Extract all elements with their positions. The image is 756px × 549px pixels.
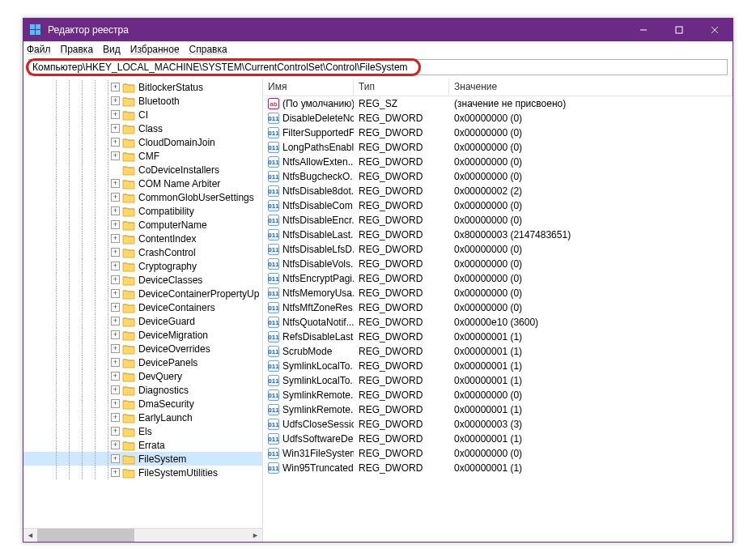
menu-edit[interactable]: Правка bbox=[61, 44, 94, 55]
value-row[interactable]: 011NtfsDisableLast...REG_DWORD0x80000003… bbox=[263, 228, 733, 242]
value-row[interactable]: 011UdfsSoftwareDe...REG_DWORD0x00000001 … bbox=[263, 432, 733, 446]
tree-item[interactable]: +DeviceMigration bbox=[23, 328, 262, 342]
expand-toggle-icon[interactable]: + bbox=[111, 399, 120, 408]
value-row[interactable]: 011SymlinkRemote...REG_DWORD0x00000000 (… bbox=[263, 388, 733, 402]
expand-toggle-icon[interactable]: + bbox=[111, 220, 120, 229]
column-name[interactable]: Имя bbox=[263, 79, 354, 96]
tree-item[interactable]: +DeviceOverrides bbox=[23, 342, 262, 355]
tree-item[interactable]: +Diagnostics bbox=[23, 383, 262, 397]
tree-item[interactable]: +Errata bbox=[23, 438, 262, 452]
tree-item[interactable]: +CrashControl bbox=[23, 245, 262, 259]
value-row[interactable]: 011NtfsDisableVols...REG_DWORD0x00000000… bbox=[263, 257, 733, 271]
expand-toggle-icon[interactable]: + bbox=[111, 262, 120, 270]
expand-toggle-icon[interactable]: + bbox=[111, 248, 120, 257]
value-row[interactable]: 011NtfsDisableEncr...REG_DWORD0x00000000… bbox=[263, 213, 733, 228]
tree-item[interactable]: +Cryptography bbox=[23, 259, 262, 273]
tree-item[interactable]: +DevicePanels bbox=[23, 355, 262, 369]
scroll-right-icon[interactable]: ► bbox=[248, 529, 262, 542]
expand-toggle-icon[interactable]: + bbox=[111, 138, 120, 147]
menu-favorites[interactable]: Избранное bbox=[130, 44, 180, 55]
value-row[interactable]: 011NtfsMftZoneRes...REG_DWORD0x00000000 … bbox=[263, 300, 733, 315]
value-row[interactable]: 011NtfsAllowExten...REG_DWORD0x00000000 … bbox=[263, 155, 733, 169]
expand-toggle-icon[interactable]: + bbox=[111, 454, 120, 463]
value-row[interactable]: 011Win95Truncated...REG_DWORD0x00000001 … bbox=[263, 461, 733, 475]
expand-toggle-icon[interactable]: + bbox=[111, 372, 120, 381]
tree-item[interactable]: CoDeviceInstallers bbox=[23, 163, 262, 177]
tree-item[interactable]: +BitlockerStatus bbox=[23, 80, 262, 94]
tree-item[interactable]: +DmaSecurity bbox=[23, 397, 262, 411]
tree-item[interactable]: +CloudDomainJoin bbox=[23, 135, 262, 149]
value-row[interactable]: 011FilterSupportedF...REG_DWORD0x0000000… bbox=[263, 126, 733, 140]
value-row[interactable]: 011SymlinkLocalTo...REG_DWORD0x00000001 … bbox=[263, 359, 733, 373]
expand-toggle-icon[interactable]: + bbox=[111, 317, 120, 326]
tree-item[interactable]: +DeviceContainerPropertyUp bbox=[23, 287, 262, 300]
tree-item[interactable]: +DevQuery bbox=[23, 369, 262, 383]
tree-item[interactable]: +Class bbox=[23, 121, 262, 135]
close-button[interactable] bbox=[697, 19, 733, 41]
value-row[interactable]: ab(По умолчанию)REG_SZ(значение не присв… bbox=[263, 96, 733, 111]
value-row[interactable]: 011NtfsDisableLfsD...REG_DWORD0x00000000… bbox=[263, 242, 733, 257]
expand-toggle-icon[interactable]: + bbox=[111, 193, 120, 202]
expand-toggle-icon[interactable]: + bbox=[111, 427, 120, 436]
value-row[interactable]: 011NtfsQuotaNotif...REG_DWORD0x00000e10 … bbox=[263, 315, 733, 330]
menu-help[interactable]: Справка bbox=[189, 44, 227, 55]
value-row[interactable]: 011RefsDisableLast...REG_DWORD0x00000001… bbox=[263, 330, 733, 344]
column-value[interactable]: Значение bbox=[449, 79, 733, 96]
expand-toggle-icon[interactable]: + bbox=[111, 124, 120, 133]
value-row[interactable]: 011Win31FileSystemREG_DWORD0x00000000 (0… bbox=[263, 446, 733, 461]
expand-toggle-icon[interactable]: + bbox=[111, 96, 120, 105]
tree-item[interactable]: +Els bbox=[23, 424, 262, 438]
value-row[interactable]: 011SymlinkRemote...REG_DWORD0x00000001 (… bbox=[263, 402, 733, 417]
maximize-button[interactable] bbox=[661, 19, 697, 41]
expand-toggle-icon[interactable]: + bbox=[111, 385, 120, 394]
tree-item[interactable]: +ComputerName bbox=[23, 218, 262, 232]
expand-toggle-icon[interactable]: + bbox=[111, 344, 120, 353]
expand-toggle-icon[interactable]: + bbox=[111, 275, 120, 284]
registry-tree[interactable]: +BitlockerStatus+Bluetooth+CI+Class+Clou… bbox=[23, 79, 262, 528]
tree-item[interactable]: +ContentIndex bbox=[23, 232, 262, 245]
expand-toggle-icon[interactable]: + bbox=[111, 413, 120, 422]
scroll-left-icon[interactable]: ◄ bbox=[23, 529, 37, 542]
expand-toggle-icon[interactable]: + bbox=[111, 468, 120, 477]
column-type[interactable]: Тип bbox=[354, 79, 449, 96]
value-row[interactable]: 011NtfsEncryptPagi...REG_DWORD0x00000000… bbox=[263, 271, 733, 286]
value-row[interactable]: 011DisableDeleteNo...REG_DWORD0x00000000… bbox=[263, 111, 733, 126]
tree-item[interactable]: +CI bbox=[23, 108, 262, 121]
value-row[interactable]: 011NtfsBugcheckO...REG_DWORD0x00000000 (… bbox=[263, 169, 733, 184]
value-row[interactable]: 011NtfsDisableCom...REG_DWORD0x00000000 … bbox=[263, 198, 733, 213]
value-row[interactable]: 011NtfsDisable8dot...REG_DWORD0x00000002… bbox=[263, 184, 733, 198]
tree-item[interactable]: +DeviceGuard bbox=[23, 314, 262, 328]
values-list[interactable]: ab(По умолчанию)REG_SZ(значение не присв… bbox=[263, 96, 733, 542]
minimize-button[interactable] bbox=[626, 19, 661, 41]
tree-item[interactable]: +FileSystemUtilities bbox=[23, 466, 262, 479]
value-row[interactable]: 011LongPathsEnabl...REG_DWORD0x00000000 … bbox=[263, 140, 733, 155]
tree-item[interactable]: +COM Name Arbiter bbox=[23, 177, 262, 190]
tree-horizontal-scrollbar[interactable]: ◄ ► bbox=[23, 528, 262, 542]
expand-toggle-icon[interactable]: + bbox=[111, 206, 120, 215]
tree-item[interactable]: +CommonGlobUserSettings bbox=[23, 190, 262, 204]
value-row[interactable]: 011NtfsMemoryUsa...REG_DWORD0x00000000 (… bbox=[263, 286, 733, 300]
expand-toggle-icon[interactable]: + bbox=[111, 289, 120, 298]
expand-toggle-icon[interactable]: + bbox=[111, 151, 120, 160]
expand-toggle-icon[interactable]: + bbox=[111, 330, 120, 339]
menu-view[interactable]: Вид bbox=[103, 44, 121, 55]
expand-toggle-icon[interactable]: + bbox=[111, 234, 120, 243]
expand-toggle-icon[interactable]: + bbox=[111, 179, 120, 188]
menu-file[interactable]: Файл bbox=[27, 44, 51, 55]
tree-item[interactable]: +CMF bbox=[23, 149, 262, 163]
tree-item[interactable]: +DeviceClasses bbox=[23, 273, 262, 287]
expand-toggle-icon[interactable]: + bbox=[111, 303, 120, 312]
value-row[interactable]: 011SymlinkLocalTo...REG_DWORD0x00000001 … bbox=[263, 373, 733, 388]
expand-toggle-icon[interactable]: + bbox=[111, 110, 120, 119]
value-row[interactable]: 011UdfsCloseSessio...REG_DWORD0x00000003… bbox=[263, 417, 733, 432]
value-row[interactable]: 011ScrubModeREG_DWORD0x00000001 (1) bbox=[263, 344, 733, 359]
expand-toggle-icon[interactable]: + bbox=[111, 83, 120, 92]
address-bar[interactable] bbox=[28, 59, 728, 75]
expand-toggle-icon[interactable]: + bbox=[111, 358, 120, 367]
scrollbar-thumb[interactable] bbox=[37, 529, 134, 542]
tree-item[interactable]: +DeviceContainers bbox=[23, 300, 262, 314]
tree-item[interactable]: +Compatibility bbox=[23, 204, 262, 218]
expand-toggle-icon[interactable]: + bbox=[111, 440, 120, 449]
tree-item[interactable]: +FileSystem bbox=[23, 452, 262, 466]
tree-item[interactable]: +EarlyLaunch bbox=[23, 411, 262, 424]
